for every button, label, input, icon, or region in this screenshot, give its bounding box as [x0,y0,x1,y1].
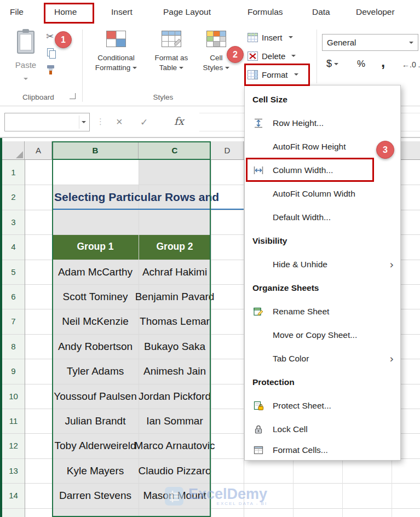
row-header-15[interactable]: 15 [2,508,25,517]
menu-item-tab-color[interactable]: Tab Color › [245,347,400,370]
menu-item-label: Default Width... [273,212,331,222]
row-header-14[interactable]: 14 [2,483,25,508]
tab-home[interactable]: Home [54,7,77,17]
percent-style-button[interactable]: % [357,59,365,70]
tab-formulas[interactable]: Formulas [248,7,283,17]
format-painter-icon[interactable] [46,65,56,75]
menu-section-cell-size: Cell Size [245,95,287,105]
cancel-icon[interactable]: × [116,116,123,128]
gridline [25,160,25,517]
insert-cells-button[interactable]: Insert [248,30,293,45]
delete-label: Delete [262,51,285,61]
row-header-3[interactable]: 3 [2,210,25,234]
menu-item-format-cells[interactable]: Format Cells... [245,441,400,459]
column-width-icon [251,164,266,176]
cell-B10[interactable]: Youssouf Paulsen [54,384,136,409]
menu-item-label: Lock Cell [273,424,308,434]
format-as-table-icon [162,31,181,47]
formula-bar-divider: ⋮ [96,117,105,127]
cell-C4[interactable]: Group 2 [156,234,193,259]
insert-label: Insert [262,33,283,42]
menu-item-move-or-copy-sheet[interactable]: Move or Copy Sheet... [245,323,400,347]
tab-data[interactable]: Data [312,7,330,17]
insert-cells-icon [248,33,258,42]
row-header-8[interactable]: 8 [2,334,25,359]
cell-B4[interactable]: Group 1 [77,234,113,259]
name-box[interactable] [4,113,90,131]
title-underline [52,209,244,210]
cell-C11[interactable]: Ian Sommar [146,409,203,433]
row-header-1[interactable]: 1 [2,160,25,185]
menu-item-protect-sheet[interactable]: Protect Sheet... [245,394,400,417]
tab-file[interactable]: File [10,7,24,17]
cell-B11[interactable]: Julian Brandt [65,409,126,433]
menu-item-column-width[interactable]: Column Width... [245,158,400,182]
row-header-6[interactable]: 6 [2,284,25,309]
accounting-format-button[interactable]: $ [326,58,338,70]
row-header-10[interactable]: 10 [2,384,25,409]
cell-B14[interactable]: Darren Stevens [59,483,131,508]
row-header-11[interactable]: 11 [2,409,25,433]
menu-item-row-height[interactable]: Row Height... [245,111,400,135]
clipboard-dialog-launcher-icon[interactable] [70,93,76,99]
row-header-4[interactable]: 4 [2,234,25,259]
conditional-formatting-icon [106,31,126,47]
comma-style-button[interactable]: , [381,54,385,71]
menu-item-autofit-column-width[interactable]: AutoFit Column Width [245,182,400,205]
cell-C8[interactable]: Bukayo Saka [144,334,205,359]
styles-group-label: Styles [88,93,239,101]
sheet-title[interactable]: Selecting Particular Rows and [54,185,219,209]
row-header-7[interactable]: 7 [2,309,25,334]
delete-cells-button[interactable]: Delete [248,48,296,64]
tab-insert[interactable]: Insert [111,7,133,17]
copy-icon[interactable] [47,48,57,59]
cs-label-line2: Styles [195,64,238,72]
cell-C7[interactable]: Thomas Lemar [140,309,210,334]
cell-C12[interactable]: Marco Arnautovic [135,433,215,458]
tab-developer[interactable]: Developer [356,7,395,17]
enter-icon[interactable]: ✓ [140,117,148,128]
row-height-icon [251,117,266,129]
cell-B13[interactable]: Kyle Mayers [67,458,124,483]
cell-B9[interactable]: Tyler Adams [67,359,124,383]
cell-C14[interactable]: Mason Mount [143,483,206,508]
column-letter-B: B [93,141,99,160]
cell-styles-icon [206,31,226,47]
menu-item-hide-unhide[interactable]: Hide & Unhide › [245,252,400,276]
row-header-2[interactable]: 2 [2,185,25,209]
selection-tint [139,160,211,185]
submenu-chevron-icon: › [389,258,394,271]
cell-B7[interactable]: Neil McKenzie [62,309,128,334]
cell-B12[interactable]: Toby Alderweireld [55,433,136,458]
menu-item-label: Rename Sheet [273,307,329,317]
cell-B5[interactable]: Adam McCarthy [58,260,133,284]
format-cells-icon [251,444,266,456]
paste-button[interactable]: Paste [10,28,42,85]
cell-C13[interactable]: Claudio Pizzaro [138,458,211,483]
row-header-12[interactable]: 12 [2,433,25,458]
cell-B6[interactable]: Scott Tominey [63,284,128,309]
cell-C10[interactable]: Jordan Pickford [139,384,211,409]
format-label: Format [262,70,288,79]
row-header-5[interactable]: 5 [2,260,25,284]
row-header-9[interactable]: 9 [2,359,25,383]
cut-icon[interactable]: ✂ [46,31,54,42]
decimal-buttons-icon[interactable]: ←.0 .00 [402,60,420,69]
menu-item-lock-cell[interactable]: Lock Cell [245,417,400,441]
menu-item-rename-sheet[interactable]: Rename Sheet [245,300,400,323]
column-letter-C: C [172,141,178,160]
insert-function-icon[interactable]: fx [174,115,184,127]
paste-caret-icon [24,73,28,83]
cell-B8[interactable]: Andy Robertson [58,334,133,359]
tab-page-layout[interactable]: Page Layout [163,7,211,17]
select-all-triangle-icon [16,151,23,158]
format-cells-button[interactable]: Format [248,67,298,82]
clipboard-group-label: Clipboard [5,93,71,101]
row-header-13[interactable]: 13 [2,458,25,483]
cell-C9[interactable]: Animesh Jain [143,359,206,383]
menu-item-default-width[interactable]: Default Width... [245,205,400,229]
cell-C6[interactable]: Benjamin Pavard [135,284,215,309]
number-format-select[interactable]: General [322,34,418,51]
cell-C5[interactable]: Achraf Hakimi [142,260,207,284]
column-letter-A: A [36,141,41,160]
